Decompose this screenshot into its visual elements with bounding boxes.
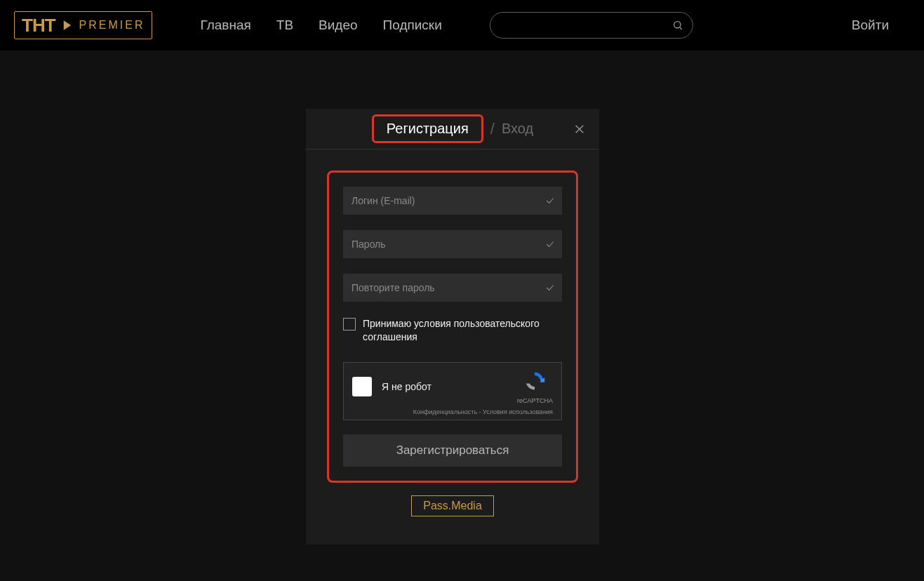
login-link[interactable]: Войти <box>852 18 889 33</box>
logo-text-tht: ТНТ <box>22 15 55 36</box>
pass-media-button[interactable]: Pass.Media <box>411 495 494 516</box>
nav-video[interactable]: Видео <box>319 18 358 33</box>
svg-marker-0 <box>63 20 71 30</box>
play-icon <box>60 18 75 33</box>
nav-subscriptions[interactable]: Подписки <box>383 18 442 33</box>
check-icon <box>545 283 555 293</box>
tab-login[interactable]: Вход <box>502 121 533 137</box>
logo-text-premier: PREMIER <box>79 19 145 32</box>
tab-separator: / <box>490 120 495 138</box>
recaptcha-brand-block: reCAPTCHA <box>517 370 553 404</box>
recaptcha-top: Я не робот reCAPTCHA <box>352 370 553 404</box>
password-field[interactable] <box>343 230 562 258</box>
recaptcha-checkbox[interactable] <box>352 377 372 396</box>
form-area: Принимаю условия пользовательского согла… <box>306 149 599 545</box>
svg-line-2 <box>680 27 682 29</box>
search-input[interactable] <box>490 12 693 39</box>
recaptcha-brand: reCAPTCHA <box>517 397 553 404</box>
check-icon <box>545 196 555 206</box>
password-field-wrap <box>343 230 562 258</box>
tab-register[interactable]: Регистрация <box>372 114 483 143</box>
auth-modal: Регистрация / Вход <box>306 109 599 545</box>
form-highlight-box: Принимаю условия пользовательского согла… <box>327 171 578 483</box>
modal-header: Регистрация / Вход <box>306 109 599 149</box>
email-field[interactable] <box>343 187 562 215</box>
search <box>490 12 693 39</box>
nav-tv[interactable]: ТВ <box>276 18 293 33</box>
main-nav: Главная ТВ Видео Подписки <box>200 18 441 33</box>
search-icon[interactable] <box>672 20 683 31</box>
password-repeat-field-wrap <box>343 274 562 302</box>
terms-checkbox[interactable] <box>343 318 356 330</box>
recaptcha-label: Я не робот <box>382 381 507 392</box>
recaptcha-footer[interactable]: Конфиденциальность - Условия использован… <box>352 408 553 415</box>
password-repeat-field[interactable] <box>343 274 562 302</box>
site-header: ТНТ PREMIER Главная ТВ Видео Подписки Во… <box>0 0 924 51</box>
terms-row: Принимаю условия пользовательского согла… <box>343 317 562 344</box>
site-logo[interactable]: ТНТ PREMIER <box>14 11 152 39</box>
recaptcha: Я не робот reCAPTCHA Конфиденциальность … <box>343 362 562 420</box>
close-icon[interactable] <box>574 122 588 136</box>
check-icon <box>545 239 555 249</box>
register-button[interactable]: Зарегистрироваться <box>343 434 562 467</box>
terms-label: Принимаю условия пользовательского согла… <box>363 317 562 344</box>
recaptcha-icon <box>523 370 546 395</box>
svg-point-1 <box>674 22 680 28</box>
nav-home[interactable]: Главная <box>200 18 250 33</box>
email-field-wrap <box>343 187 562 215</box>
